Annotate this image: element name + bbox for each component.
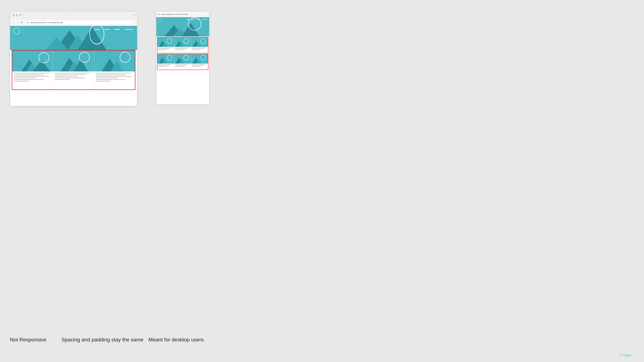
mobile-card-2-lines — [174, 47, 191, 51]
back-button[interactable]: ← — [12, 21, 15, 24]
mobile-card-1-svg — [158, 37, 174, 47]
text-line — [55, 74, 85, 75]
card-2-text — [53, 71, 94, 81]
label-not-responsive: Not Responsive — [10, 337, 62, 343]
mobile-card-6-lines — [191, 63, 208, 67]
refresh-button[interactable]: ↻ — [21, 21, 23, 24]
mobile-address-text: www.yourwebsitehere.com/mobile-friendly — [161, 13, 188, 15]
card-3-image — [94, 50, 135, 71]
mobile-card-5-image — [174, 54, 191, 63]
mobile-card-6-svg — [191, 54, 208, 63]
card-1 — [12, 50, 53, 89]
card-3-mountains — [94, 50, 135, 71]
card-2 — [53, 50, 94, 89]
desktop-browser-mockup: + ← → ↻ 🔒 www.yourwebsitehere.com/mobile… — [10, 11, 137, 106]
mobile-card-3-svg — [191, 37, 208, 47]
svg-marker-18 — [182, 23, 200, 36]
mobile-card-2-image — [174, 37, 191, 47]
mobile-card-1 — [158, 37, 174, 53]
desktop-site-content: HOME BLOG WORK CONTACT — [10, 26, 137, 106]
label-desktop-users: Meant for desktop users — [148, 337, 213, 343]
text-line — [55, 79, 70, 80]
browser-dot-yellow — [16, 14, 18, 16]
sokal-credit: © Sokal — [620, 354, 631, 357]
card-1-image — [12, 50, 53, 71]
mobile-card-2 — [174, 37, 191, 53]
card-2-mountains — [53, 50, 94, 71]
mobile-cards-row2 — [157, 54, 208, 70]
text-line — [55, 77, 85, 78]
address-bar[interactable]: 🔒 www.yourwebsitehere.com/mobile-friendl… — [24, 20, 135, 25]
mobile-site-header: HOME BLOG WORK CONTACT — [156, 17, 209, 36]
text-line — [96, 73, 132, 73]
card-1-text — [12, 71, 53, 83]
text-line — [96, 79, 126, 80]
mountain-scene-svg — [10, 26, 137, 50]
svg-marker-7 — [33, 60, 50, 71]
mobile-card-3 — [191, 37, 208, 53]
titlebar-divider — [24, 12, 24, 18]
svg-point-8 — [39, 53, 49, 63]
mobile-card-2-svg — [174, 37, 191, 47]
svg-point-12 — [79, 52, 90, 62]
text-line — [96, 81, 111, 82]
card-2-image — [53, 50, 94, 71]
text-line — [96, 77, 118, 78]
mobile-card-3-lines — [191, 47, 208, 51]
mobile-card-4-image — [158, 54, 174, 63]
svg-point-28 — [200, 38, 206, 44]
lock-icon: 🔒 — [26, 21, 29, 23]
mobile-card-3-image — [191, 37, 208, 47]
mobile-cards-row1 — [157, 37, 208, 53]
site-header: HOME BLOG WORK CONTACT — [10, 26, 137, 50]
svg-point-22 — [167, 38, 172, 44]
mobile-card-4-svg — [158, 54, 174, 63]
new-tab-button[interactable]: + — [133, 13, 135, 17]
mobile-card-4 — [158, 54, 174, 70]
mobile-card-1-image — [158, 37, 174, 47]
bottom-labels: Not Responsive Spacing and padding stay … — [10, 337, 213, 343]
browser-dot-green — [19, 14, 21, 16]
mobile-card-6 — [191, 54, 208, 70]
mobile-browser-mockup: 🔒 www.yourwebsitehere.com/mobile-friendl… — [156, 11, 209, 105]
text-line — [14, 77, 36, 78]
card-3-text — [94, 71, 135, 83]
text-line — [14, 74, 44, 75]
svg-point-34 — [184, 55, 189, 60]
mobile-card-6-image — [191, 54, 208, 63]
forward-button[interactable]: → — [16, 21, 19, 24]
text-line — [55, 76, 77, 77]
text-line — [14, 76, 50, 77]
mobile-card-5-svg — [174, 54, 191, 63]
mobile-toolbar: 🔒 www.yourwebsitehere.com/mobile-friendl… — [156, 11, 209, 17]
mobile-lock-icon: 🔒 — [158, 13, 160, 15]
browser-titlebar: + — [10, 11, 137, 19]
mobile-card-1-lines — [158, 47, 174, 51]
text-line — [96, 74, 126, 75]
text-line — [14, 73, 50, 73]
svg-point-31 — [167, 55, 172, 60]
svg-point-25 — [184, 38, 189, 44]
svg-point-37 — [200, 55, 206, 60]
card-1-mountains — [12, 50, 53, 71]
browser-toolbar: ← → ↻ 🔒 www.yourwebsitehere.com/mobile-f… — [10, 19, 137, 26]
label-spacing-padding: Spacing and padding stay the same — [62, 337, 148, 343]
text-line — [96, 76, 132, 77]
mobile-mountain-svg — [156, 17, 209, 36]
svg-marker-3 — [78, 27, 106, 50]
card-3 — [94, 50, 135, 89]
text-line — [14, 79, 44, 80]
text-line — [14, 81, 29, 82]
browser-dot-red — [12, 14, 14, 16]
cards-section — [12, 50, 136, 90]
svg-point-15 — [120, 52, 130, 62]
mobile-card-5 — [174, 54, 191, 70]
mobile-card-5-lines — [174, 63, 191, 67]
text-line — [55, 73, 90, 73]
address-text: www.yourwebsitehere.com/mobile-friendly — [30, 21, 63, 23]
mobile-card-4-lines — [158, 63, 174, 67]
